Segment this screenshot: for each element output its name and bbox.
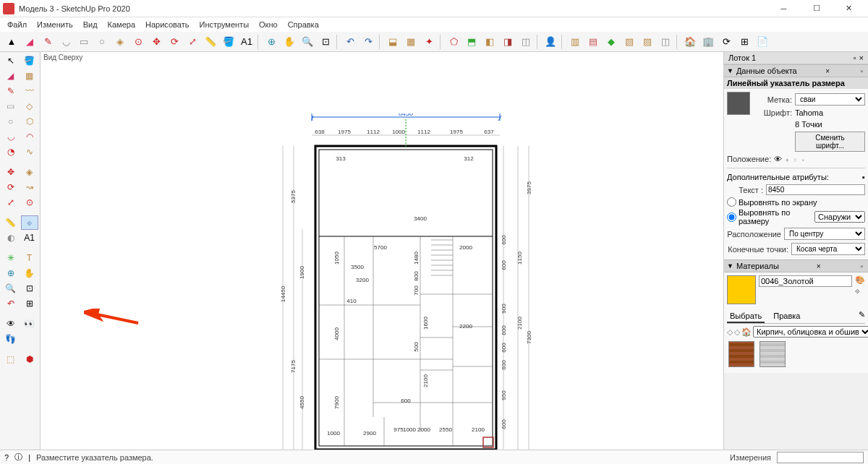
menu-view[interactable]: Вид	[79, 19, 102, 30]
align-dim-radio[interactable]	[727, 212, 736, 222]
make-comp-icon[interactable]: ▦	[21, 69, 38, 83]
minimize-button[interactable]: ─	[767, 0, 800, 17]
move-icon[interactable]: ✥	[2, 165, 20, 179]
style-hidden-icon[interactable]: ▤	[584, 33, 602, 51]
text-tool-icon[interactable]: A1	[238, 33, 255, 51]
menu-tools[interactable]: Инструменты	[195, 19, 253, 30]
pan-tool-icon[interactable]: ✋	[281, 33, 298, 51]
position-cam-icon[interactable]: 👁	[2, 317, 20, 331]
zoom-tool-icon[interactable]: 🔍	[299, 33, 316, 51]
chip-icon[interactable]: ▪	[862, 173, 865, 181]
explode-icon[interactable]: ✦	[420, 33, 438, 51]
poly-icon[interactable]: ⬡	[21, 114, 38, 129]
hide-icon[interactable]: ⬨	[793, 155, 798, 163]
freehand-icon[interactable]: 〰	[21, 84, 38, 98]
followme-icon[interactable]: ↝	[21, 180, 38, 194]
protractor-icon[interactable]: ◐	[2, 231, 20, 245]
section-close-icon[interactable]: ×	[814, 262, 823, 270]
style-shaded-icon[interactable]: ◆	[603, 33, 620, 51]
orbit-icon[interactable]: ⊕	[2, 266, 20, 280]
style-xray-icon[interactable]: ◫	[657, 33, 674, 51]
eyedrop-icon[interactable]: ⟐	[855, 286, 865, 295]
select-icon[interactable]: ↖	[2, 53, 20, 68]
house-icon[interactable]: 🏠	[681, 33, 699, 51]
circle-icon[interactable]: ○	[2, 114, 20, 129]
menu-file[interactable]: Файл	[3, 19, 31, 30]
viewport[interactable]: Вид Сверху 8450 638 1975 1112 1000 1112 …	[41, 52, 723, 450]
style-tex-icon[interactable]: ▨	[639, 33, 656, 51]
zoom-extents-icon[interactable]: ⊡	[317, 33, 334, 51]
front-view-icon[interactable]: ◧	[481, 33, 498, 51]
ext-icon[interactable]: ⊞	[736, 33, 753, 51]
tag-select[interactable]: сваи	[795, 93, 865, 106]
menu-window[interactable]: Окно	[255, 19, 282, 30]
menu-help[interactable]: Справка	[284, 19, 323, 30]
extents-icon[interactable]: ⊞	[21, 296, 38, 311]
pie-icon[interactable]: ◔	[2, 145, 20, 159]
pushpull-icon[interactable]: ◈	[21, 165, 38, 179]
look-icon[interactable]: 👀	[21, 317, 38, 331]
pencil-icon[interactable]: ✎	[2, 84, 20, 98]
bezier-icon[interactable]: ∿	[21, 145, 38, 159]
help-icon[interactable]: ?	[4, 453, 9, 462]
arc-tool-icon[interactable]: ◡	[57, 33, 75, 51]
arc3-icon[interactable]: ◠	[21, 129, 38, 144]
entity-color-swatch[interactable]	[727, 92, 750, 115]
make-group-icon[interactable]: ▦	[402, 33, 420, 51]
align-screen-radio[interactable]	[727, 197, 736, 207]
offset-icon[interactable]: ⊙	[21, 195, 38, 210]
tray-pin-icon[interactable]: ▫	[854, 53, 856, 62]
entity-info-header[interactable]: ▼ Данные объекта × ▫	[724, 64, 868, 77]
material-swatch[interactable]	[727, 275, 756, 304]
axes-icon[interactable]: ✳	[2, 251, 20, 265]
arc2-icon[interactable]: ◡	[2, 129, 20, 144]
redo-icon[interactable]: ↷	[359, 33, 377, 51]
solid-icon[interactable]: ⬢	[21, 352, 38, 366]
sandbox-icon[interactable]: ⬚	[2, 352, 20, 366]
pan-icon[interactable]: ✋	[21, 266, 38, 280]
paint-icon[interactable]: 🪣	[21, 53, 38, 68]
line-tool-icon[interactable]: ✎	[39, 33, 56, 51]
material-name-input[interactable]	[759, 275, 852, 287]
section-close-icon[interactable]: ×	[823, 67, 832, 75]
rot-rect-icon[interactable]: ◇	[21, 99, 38, 113]
materials-header[interactable]: ▼ Материалы × ▫	[724, 259, 868, 272]
right-view-icon[interactable]: ◨	[499, 33, 516, 51]
collection-select[interactable]: Кирпич, облицовка и обшив	[753, 326, 868, 338]
info-icon[interactable]: ⓘ	[14, 452, 22, 463]
tray-close-icon[interactable]: ×	[859, 53, 864, 62]
undo-icon[interactable]: ↶	[341, 33, 359, 51]
rect-tool-icon[interactable]: ▭	[75, 33, 93, 51]
menu-edit[interactable]: Изменить	[33, 19, 77, 30]
3dtext-icon[interactable]: T	[21, 251, 38, 265]
sample-icon[interactable]: ✎	[859, 310, 865, 323]
zoomwin-icon[interactable]: ⊡	[21, 281, 38, 296]
rotate-tool-icon[interactable]: ⟳	[166, 33, 183, 51]
nav-fwd-icon[interactable]: ◇	[734, 327, 740, 337]
eraser-icon[interactable]: ◢	[2, 69, 20, 83]
section-icon[interactable]	[21, 332, 38, 346]
menu-draw[interactable]: Нарисовать	[141, 19, 193, 30]
iso-view-icon[interactable]: ⬠	[445, 33, 462, 51]
nav-back-icon[interactable]: ◇	[727, 327, 733, 337]
scale-icon[interactable]: ⤢	[2, 195, 20, 210]
create-mat-icon[interactable]: 🎨	[855, 275, 865, 285]
outside-select[interactable]: Снаружи	[814, 211, 865, 223]
text-icon[interactable]: A1	[21, 231, 38, 245]
sync-icon[interactable]: ⟳	[718, 33, 735, 51]
text-input[interactable]	[766, 184, 865, 195]
prev-icon[interactable]: ↶	[2, 296, 20, 311]
select-tool-icon[interactable]: ▲	[3, 33, 20, 51]
style-mono-icon[interactable]: ▧	[621, 33, 638, 51]
tape-icon[interactable]: 📏	[2, 215, 20, 230]
placement-select[interactable]: По центру	[784, 228, 865, 240]
change-font-button[interactable]: Сменить шрифт...	[795, 132, 865, 152]
layout-icon[interactable]: 📄	[754, 33, 771, 51]
tab-edit[interactable]: Правка	[770, 310, 803, 323]
back-view-icon[interactable]: ◫	[517, 33, 535, 51]
pushpull-tool-icon[interactable]: ◈	[111, 33, 129, 51]
section-pin-icon[interactable]: ▫	[858, 67, 865, 75]
section-pin-icon[interactable]: ▫	[858, 262, 865, 270]
dimension-tool-icon[interactable]: ⟐	[21, 215, 38, 230]
eraser-tool-icon[interactable]: ◢	[21, 33, 38, 51]
